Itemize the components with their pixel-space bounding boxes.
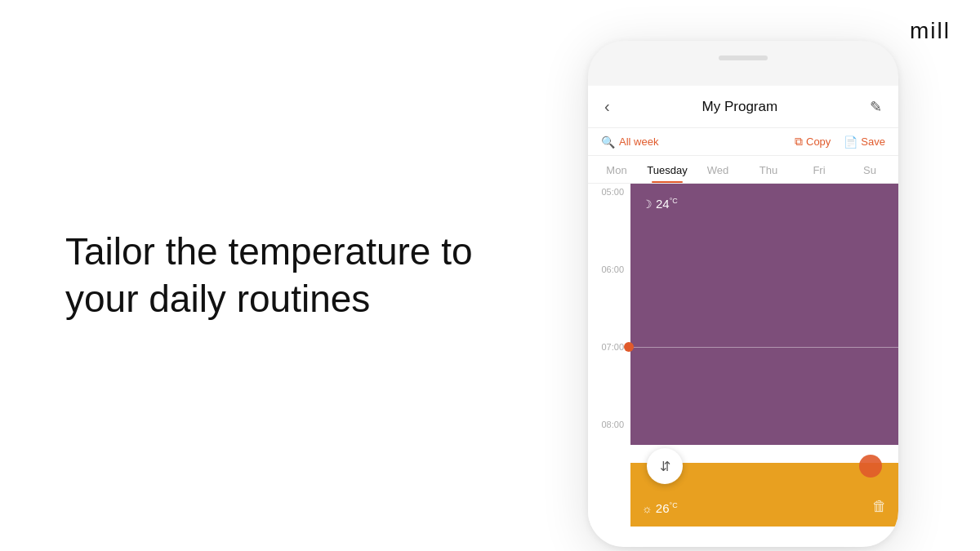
time-column: 05:00 06:00 07:00 08:00 — [588, 184, 630, 527]
position-dot[interactable] — [859, 455, 882, 478]
allweek-button[interactable]: 🔍 All week — [601, 136, 658, 149]
tab-su[interactable]: Su — [844, 156, 895, 183]
headline: Tailor the temperature to your daily rou… — [65, 229, 490, 322]
tab-mon[interactable]: Mon — [591, 156, 642, 183]
handle-control: ⇵ — [630, 448, 898, 484]
sun-icon: ☼ — [642, 502, 653, 515]
phone-screen: ‹ My Program ✎ 🔍 All week ⧉ Copy 📄 Save — [588, 86, 898, 547]
time-0600: 06:00 — [601, 264, 624, 274]
phone-mockup: ‹ My Program ✎ 🔍 All week ⧉ Copy 📄 Save — [588, 41, 931, 531]
purple-schedule-block[interactable]: ☽ 24°C — [630, 184, 898, 445]
block-bottom-label: ☼ 26°C — [642, 501, 678, 515]
time-divider-line — [630, 347, 898, 348]
copy-button[interactable]: ⧉ Copy — [795, 135, 831, 149]
save-button[interactable]: 📄 Save — [844, 136, 885, 149]
tab-thu[interactable]: Thu — [743, 156, 794, 183]
phone-frame: ‹ My Program ✎ 🔍 All week ⧉ Copy 📄 Save — [588, 41, 898, 547]
allweek-label: All week — [619, 136, 658, 148]
phone-speaker — [719, 56, 768, 60]
up-down-icon: ⇵ — [660, 459, 670, 474]
time-0700: 07:00 — [601, 342, 624, 352]
app-toolbar: 🔍 All week ⧉ Copy 📄 Save — [588, 128, 898, 156]
tab-fri[interactable]: Fri — [794, 156, 844, 183]
app-header: ‹ My Program ✎ — [588, 86, 898, 128]
tab-wed[interactable]: Wed — [693, 156, 743, 183]
moon-icon: ☽ — [642, 198, 653, 211]
top-temp: 24°C — [656, 197, 678, 211]
edit-icon[interactable]: ✎ — [870, 98, 882, 116]
delete-icon[interactable]: 🗑 — [872, 498, 887, 515]
schedule-area: 05:00 06:00 07:00 08:00 ☽ 24°C — [588, 184, 898, 527]
copy-label: Copy — [806, 136, 831, 148]
bottom-temp: 26°C — [656, 501, 678, 515]
allweek-icon: 🔍 — [601, 136, 615, 149]
time-0500: 05:00 — [601, 187, 624, 197]
save-label: Save — [861, 136, 885, 148]
day-tabs: Mon Tuesday Wed Thu Fri Su — [588, 156, 898, 184]
divider-dot — [624, 342, 634, 352]
app-title: My Program — [702, 99, 778, 115]
save-icon: 📄 — [844, 136, 858, 149]
block-top-label: ☽ 24°C — [642, 197, 678, 211]
tab-tuesday[interactable]: Tuesday — [642, 156, 693, 183]
left-content-area: Tailor the temperature to your daily rou… — [0, 0, 531, 551]
time-0800: 08:00 — [601, 420, 624, 429]
up-down-handle[interactable]: ⇵ — [647, 448, 683, 484]
copy-icon: ⧉ — [795, 135, 803, 149]
back-icon[interactable]: ‹ — [604, 97, 610, 116]
